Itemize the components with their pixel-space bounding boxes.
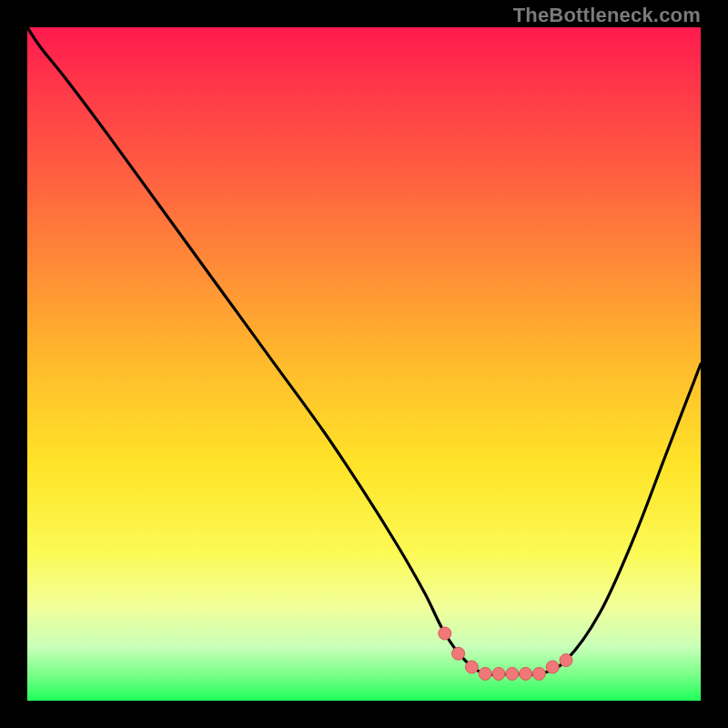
- highlight-dot: [452, 647, 465, 660]
- highlight-dot: [560, 654, 572, 667]
- highlight-dot: [479, 667, 491, 680]
- highlight-markers: [439, 627, 572, 680]
- plot-svg: [27, 27, 701, 701]
- highlight-dot: [465, 661, 478, 673]
- plot-area: [27, 27, 701, 701]
- highlight-dot: [546, 661, 559, 673]
- bottleneck-curve: [27, 27, 701, 675]
- highlight-dot: [520, 667, 532, 680]
- highlight-dot: [492, 667, 505, 680]
- highlight-dot: [506, 667, 519, 680]
- highlight-dot: [532, 667, 545, 680]
- highlight-dot: [439, 627, 451, 640]
- watermark-text: TheBottleneck.com: [513, 4, 701, 27]
- chart-stage: TheBottleneck.com: [0, 0, 728, 728]
